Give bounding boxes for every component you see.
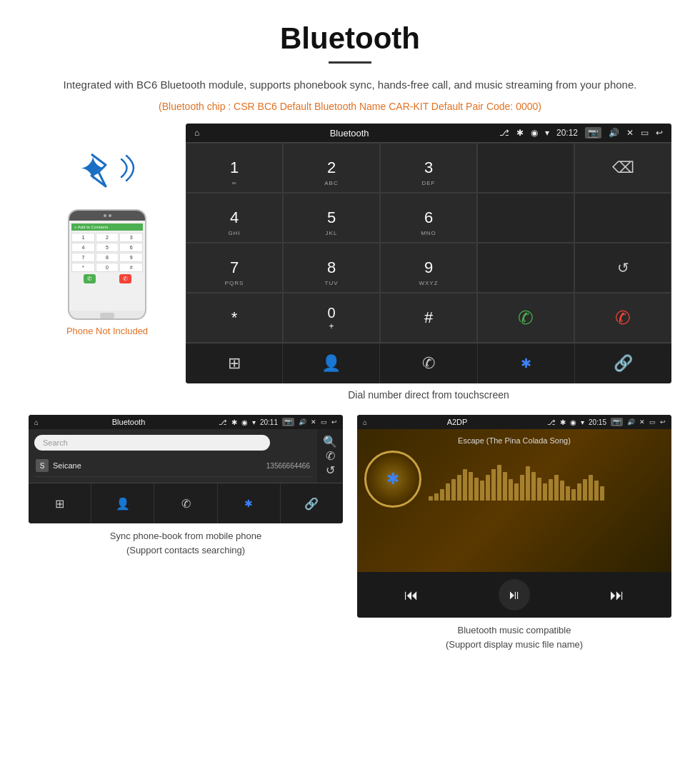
location-icon: ◉ xyxy=(531,128,538,138)
play-pause-button[interactable]: ⏯ xyxy=(499,579,530,610)
pb-usb-icon: ⎇ xyxy=(219,418,227,426)
nav-bluetooth[interactable]: ✱ xyxy=(478,343,575,383)
pb-home-icon[interactable]: ⌂ xyxy=(34,418,39,426)
phone-key-7: 7 xyxy=(71,253,95,262)
bottom-screenshots: ⌂ Bluetooth ⎇ ✱ ◉ ▾ 20:11 📷 🔊 ✕ ▭ ↩ Sear… xyxy=(0,415,700,651)
pb-volume-icon[interactable]: 🔊 xyxy=(299,418,306,426)
search-icon[interactable]: 🔍 xyxy=(323,435,337,448)
music-camera-icon[interactable]: 📷 xyxy=(611,418,623,426)
refresh-icon[interactable]: ↺ xyxy=(326,463,335,477)
home-icon[interactable]: ⌂ xyxy=(194,128,199,138)
pb-window-icon[interactable]: ▭ xyxy=(321,418,327,426)
phone-key-star: * xyxy=(71,263,95,272)
dial-key-star[interactable]: * xyxy=(186,293,283,343)
pb-nav-dialpad[interactable]: ⊞ xyxy=(29,483,91,523)
music-screen: ⌂ A2DP ⎇ ✱ ◉ ▾ 20:15 📷 🔊 ✕ ▭ ↩ Escape (T… xyxy=(357,415,671,618)
dial-caption: Dial number direct from touchscreen xyxy=(186,383,671,408)
dial-empty-2 xyxy=(477,193,574,243)
end-call-button[interactable]: ✆ xyxy=(574,293,671,343)
nav-link[interactable]: 🔗 xyxy=(575,343,671,383)
phone-key-3: 3 xyxy=(119,233,143,242)
prev-button[interactable]: ⏮ xyxy=(404,587,419,603)
dial-key-9[interactable]: 9WXYZ xyxy=(380,243,477,293)
pb-location-icon: ◉ xyxy=(241,418,248,426)
contact-row[interactable]: S Seicane 13566664466 xyxy=(34,455,311,477)
music-back-icon[interactable]: ↩ xyxy=(660,418,666,426)
phone-speaker xyxy=(104,214,106,217)
pb-close-icon[interactable]: ✕ xyxy=(311,418,316,426)
contact-name: Seicane xyxy=(53,461,266,470)
nav-phone[interactable]: ✆ xyxy=(380,343,477,383)
viz-bar xyxy=(520,475,524,501)
signal-waves-svg xyxy=(118,152,143,184)
music-visualizer xyxy=(429,458,664,501)
main-content: ✦ + Add to Contacts xyxy=(0,124,700,408)
dial-key-hash[interactable]: # xyxy=(380,293,477,343)
music-window-icon[interactable]: ▭ xyxy=(649,418,656,426)
pb-camera-icon[interactable]: 📷 xyxy=(282,418,294,426)
viz-bar xyxy=(457,475,461,501)
bt-status-icon: ✱ xyxy=(516,128,524,138)
viz-bar xyxy=(531,472,536,501)
backspace-button[interactable]: ⌫ xyxy=(574,143,671,193)
viz-bar xyxy=(491,469,496,501)
phonebook-layout: Search S Seicane 13566664466 🔍 ✆ ↺ xyxy=(29,429,343,483)
contact-number: 13566664466 xyxy=(266,462,310,470)
dial-key-5[interactable]: 5JKL xyxy=(283,193,380,243)
viz-bar xyxy=(600,486,604,501)
dial-key-8[interactable]: 8TUV xyxy=(283,243,380,293)
phone-mockup: + Add to Contacts 1 2 3 4 5 6 7 8 9 * 0 … xyxy=(68,209,146,320)
search-bar[interactable]: Search xyxy=(34,435,270,451)
pb-nav-contacts[interactable]: 👤 xyxy=(91,483,154,523)
viz-bar xyxy=(571,489,576,501)
call-button[interactable]: ✆ xyxy=(477,293,574,343)
bluetooth-icon-area: ✦ xyxy=(71,145,143,202)
music-close-icon[interactable]: ✕ xyxy=(639,418,645,426)
pb-bt-icon: ✱ xyxy=(231,418,237,426)
viz-bar xyxy=(469,472,473,501)
pb-back-icon[interactable]: ↩ xyxy=(331,418,337,426)
pb-nav-phone[interactable]: ✆ xyxy=(154,483,217,523)
phone-screen-header: + Add to Contacts xyxy=(71,223,143,231)
nav-dialpad[interactable]: ⊞ xyxy=(186,343,283,383)
close-icon[interactable]: ✕ xyxy=(626,128,634,138)
nav-contacts[interactable]: 👤 xyxy=(283,343,380,383)
phone-key-1: 1 xyxy=(71,233,95,242)
dial-key-4[interactable]: 4GHI xyxy=(186,193,283,243)
pb-nav-link[interactable]: 🔗 xyxy=(281,483,343,523)
viz-bar xyxy=(537,478,541,501)
volume-icon[interactable]: 🔊 xyxy=(609,128,619,138)
viz-bar xyxy=(446,483,450,501)
phone-call-btn: ✆ xyxy=(84,274,96,283)
music-main: ✱ xyxy=(364,451,664,508)
dial-key-7[interactable]: 7PQRS xyxy=(186,243,283,293)
dial-redial[interactable]: ↺ xyxy=(574,243,671,293)
music-status-bar: ⌂ A2DP ⎇ ✱ ◉ ▾ 20:15 📷 🔊 ✕ ▭ ↩ xyxy=(357,415,671,429)
next-button[interactable]: ⏭ xyxy=(610,587,624,603)
music-controls: ⏮ ⏯ ⏭ xyxy=(357,572,671,618)
viz-bar xyxy=(429,496,433,501)
status-time: 20:12 xyxy=(556,128,578,138)
dial-key-1[interactable]: 1∞ xyxy=(186,143,283,193)
call-icon[interactable]: ✆ xyxy=(326,449,335,463)
viz-bar xyxy=(549,479,553,501)
back-icon[interactable]: ↩ xyxy=(656,128,663,138)
viz-bar xyxy=(589,475,593,501)
dial-key-6[interactable]: 6MNO xyxy=(380,193,477,243)
phonebook-main: Search S Seicane 13566664466 xyxy=(29,429,317,483)
viz-bar xyxy=(486,475,490,501)
phone-panel: ✦ + Add to Contacts xyxy=(29,124,186,336)
music-volume-icon[interactable]: 🔊 xyxy=(627,418,635,426)
window-icon[interactable]: ▭ xyxy=(641,128,649,138)
music-signal-icon: ▾ xyxy=(581,418,584,426)
dial-key-0[interactable]: 0+ xyxy=(283,293,380,343)
dial-key-3[interactable]: 3DEF xyxy=(380,143,477,193)
camera-icon[interactable]: 📷 xyxy=(585,127,601,139)
phone-camera xyxy=(109,214,111,217)
pb-nav-bluetooth[interactable]: ✱ xyxy=(218,483,281,523)
viz-bar xyxy=(503,472,507,501)
viz-bar xyxy=(434,493,439,501)
music-home-icon[interactable]: ⌂ xyxy=(363,418,367,426)
car-screen-panel: ⌂ Bluetooth ⎇ ✱ ◉ ▾ 20:12 📷 🔊 ✕ ▭ ↩ 1∞ 2… xyxy=(186,124,671,408)
dial-key-2[interactable]: 2ABC xyxy=(283,143,380,193)
